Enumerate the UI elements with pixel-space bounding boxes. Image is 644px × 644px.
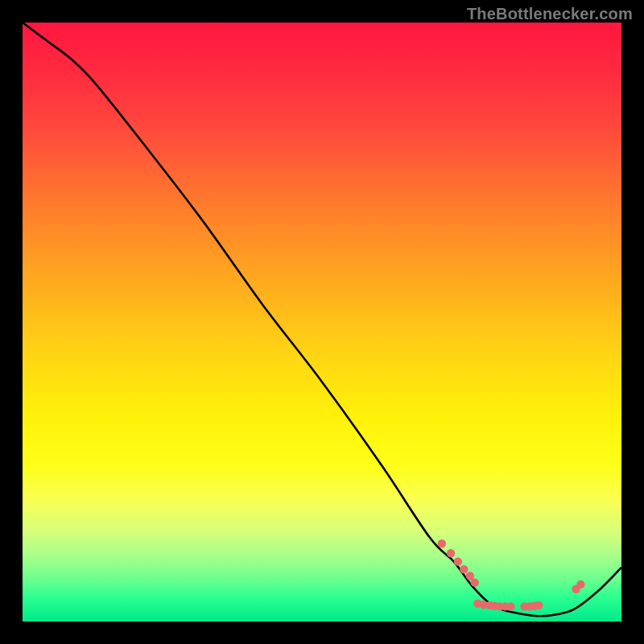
curve-marker-dot	[535, 601, 543, 609]
curve-marker-dot	[460, 565, 468, 573]
curve-marker-dot	[576, 580, 584, 588]
watermark-text: TheBottlenecker.com	[467, 5, 633, 23]
bottleneck-curve	[23, 23, 621, 616]
curve-svg	[23, 23, 621, 621]
chart-stage: TheBottlenecker.com	[0, 0, 644, 644]
curve-marker-dot	[438, 539, 446, 547]
curve-marker-dot	[506, 602, 514, 610]
curve-marker-dot	[471, 578, 479, 586]
curve-marker-dot	[454, 557, 462, 565]
curve-markers	[438, 539, 585, 611]
curve-marker-dot	[447, 549, 455, 557]
plot-area	[23, 23, 621, 621]
